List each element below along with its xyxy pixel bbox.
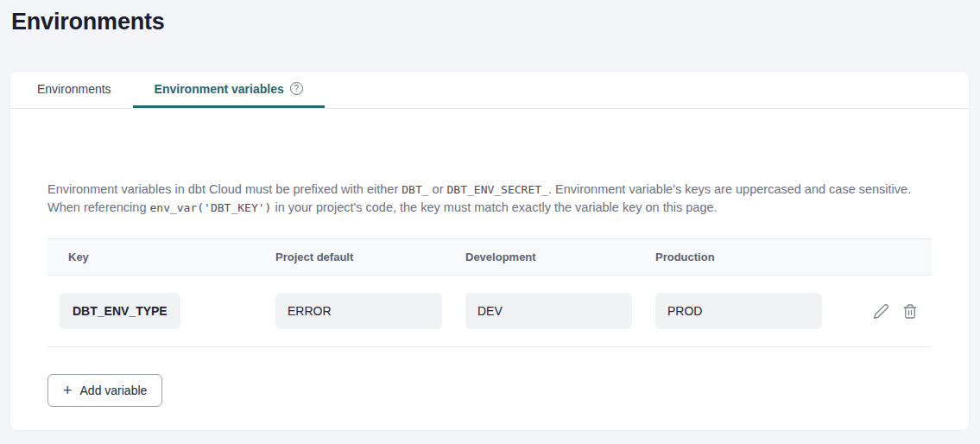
column-header-project-default: Project default <box>263 251 453 263</box>
tab-bar: Environments Environment variables ? <box>10 72 969 109</box>
development-value: DEV <box>465 293 632 329</box>
table-header-row: Key Project default Development Producti… <box>47 238 932 276</box>
description-line-2: When referencing env_var('DBT_KEY') in y… <box>47 199 932 217</box>
add-variable-button[interactable]: + Add variable <box>47 374 162 407</box>
variable-key-pill: DBT_ENV_TYPE <box>60 293 180 329</box>
tab-environments[interactable]: Environments <box>16 72 133 108</box>
cell-development: DEV <box>453 293 643 329</box>
trash-icon <box>902 303 918 320</box>
tab-environments-label: Environments <box>37 82 111 96</box>
production-value: PROD <box>655 293 822 329</box>
environments-card: Environments Environment variables ? Env… <box>10 72 969 430</box>
add-variable-label: Add variable <box>80 384 148 397</box>
code-snippet: DBT_ENV_SECRET_ <box>447 183 548 196</box>
column-header-production: Production <box>643 251 833 263</box>
description-segment: in your project's code, the key must mat… <box>271 200 717 214</box>
description-line-1: Environment variables in dbt Cloud must … <box>47 181 932 199</box>
code-snippet: env_var('DBT_KEY') <box>149 201 271 214</box>
cell-project-default: ERROR <box>263 293 453 329</box>
cell-actions <box>833 303 932 320</box>
cell-production: PROD <box>643 293 833 329</box>
column-header-key: Key <box>47 251 263 263</box>
tab-environment-variables[interactable]: Environment variables ? <box>133 72 325 108</box>
table-row: DBT_ENV_TYPE ERROR DEV PROD <box>47 276 932 347</box>
tab-content: Environment variables in dbt Cloud must … <box>10 109 969 407</box>
description-segment: When referencing <box>47 200 149 214</box>
plus-icon: + <box>63 383 73 398</box>
help-icon[interactable]: ? <box>290 82 303 95</box>
code-snippet: DBT_ <box>401 183 428 196</box>
tab-environment-variables-label: Environment variables <box>155 82 284 96</box>
description-segment: . Environment variable's keys are upperc… <box>548 182 911 196</box>
pencil-icon <box>873 303 889 320</box>
description-segment: or <box>429 182 447 196</box>
column-header-development: Development <box>453 251 643 263</box>
edit-variable-button[interactable] <box>873 303 889 320</box>
page-title: Environments <box>0 0 980 35</box>
description-segment: Environment variables in dbt Cloud must … <box>47 182 401 196</box>
environment-variables-table: Key Project default Development Producti… <box>47 238 932 347</box>
description-text: Environment variables in dbt Cloud must … <box>47 181 932 217</box>
cell-key: DBT_ENV_TYPE <box>47 293 263 329</box>
delete-variable-button[interactable] <box>902 303 918 320</box>
project-default-value: ERROR <box>275 293 442 329</box>
